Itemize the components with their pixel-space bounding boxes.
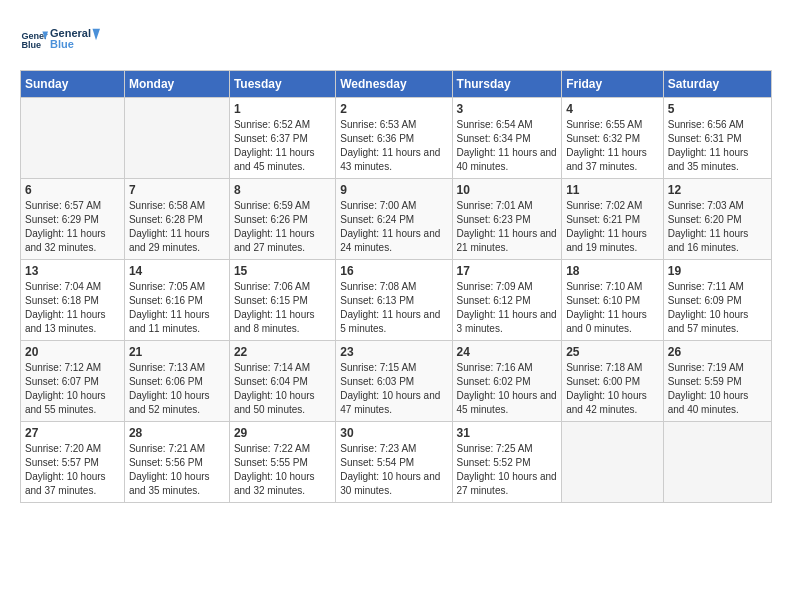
calendar-cell: 12Sunrise: 7:03 AM Sunset: 6:20 PM Dayli… bbox=[663, 179, 771, 260]
svg-text:General: General bbox=[50, 27, 91, 39]
calendar-cell bbox=[663, 422, 771, 503]
day-number: 1 bbox=[234, 102, 331, 116]
calendar-cell: 26Sunrise: 7:19 AM Sunset: 5:59 PM Dayli… bbox=[663, 341, 771, 422]
calendar-cell: 21Sunrise: 7:13 AM Sunset: 6:06 PM Dayli… bbox=[124, 341, 229, 422]
day-number: 15 bbox=[234, 264, 331, 278]
day-number: 26 bbox=[668, 345, 767, 359]
day-number: 21 bbox=[129, 345, 225, 359]
day-info: Sunrise: 7:04 AM Sunset: 6:18 PM Dayligh… bbox=[25, 280, 120, 336]
day-info: Sunrise: 7:16 AM Sunset: 6:02 PM Dayligh… bbox=[457, 361, 558, 417]
calendar-cell bbox=[124, 98, 229, 179]
calendar-cell: 5Sunrise: 6:56 AM Sunset: 6:31 PM Daylig… bbox=[663, 98, 771, 179]
calendar-week-row: 13Sunrise: 7:04 AM Sunset: 6:18 PM Dayli… bbox=[21, 260, 772, 341]
calendar-week-row: 27Sunrise: 7:20 AM Sunset: 5:57 PM Dayli… bbox=[21, 422, 772, 503]
day-info: Sunrise: 7:25 AM Sunset: 5:52 PM Dayligh… bbox=[457, 442, 558, 498]
day-number: 18 bbox=[566, 264, 659, 278]
day-of-week-header: Wednesday bbox=[336, 71, 452, 98]
day-info: Sunrise: 6:56 AM Sunset: 6:31 PM Dayligh… bbox=[668, 118, 767, 174]
calendar-cell: 13Sunrise: 7:04 AM Sunset: 6:18 PM Dayli… bbox=[21, 260, 125, 341]
calendar-cell: 15Sunrise: 7:06 AM Sunset: 6:15 PM Dayli… bbox=[229, 260, 335, 341]
day-info: Sunrise: 6:54 AM Sunset: 6:34 PM Dayligh… bbox=[457, 118, 558, 174]
calendar-header-row: SundayMondayTuesdayWednesdayThursdayFrid… bbox=[21, 71, 772, 98]
calendar-cell: 11Sunrise: 7:02 AM Sunset: 6:21 PM Dayli… bbox=[562, 179, 664, 260]
day-info: Sunrise: 6:58 AM Sunset: 6:28 PM Dayligh… bbox=[129, 199, 225, 255]
calendar-cell: 2Sunrise: 6:53 AM Sunset: 6:36 PM Daylig… bbox=[336, 98, 452, 179]
calendar-cell: 6Sunrise: 6:57 AM Sunset: 6:29 PM Daylig… bbox=[21, 179, 125, 260]
day-info: Sunrise: 6:59 AM Sunset: 6:26 PM Dayligh… bbox=[234, 199, 331, 255]
day-of-week-header: Thursday bbox=[452, 71, 562, 98]
day-info: Sunrise: 7:21 AM Sunset: 5:56 PM Dayligh… bbox=[129, 442, 225, 498]
day-number: 3 bbox=[457, 102, 558, 116]
day-number: 10 bbox=[457, 183, 558, 197]
day-of-week-header: Tuesday bbox=[229, 71, 335, 98]
calendar-cell: 3Sunrise: 6:54 AM Sunset: 6:34 PM Daylig… bbox=[452, 98, 562, 179]
calendar-cell: 16Sunrise: 7:08 AM Sunset: 6:13 PM Dayli… bbox=[336, 260, 452, 341]
calendar-cell: 9Sunrise: 7:00 AM Sunset: 6:24 PM Daylig… bbox=[336, 179, 452, 260]
day-info: Sunrise: 7:23 AM Sunset: 5:54 PM Dayligh… bbox=[340, 442, 447, 498]
calendar-cell: 31Sunrise: 7:25 AM Sunset: 5:52 PM Dayli… bbox=[452, 422, 562, 503]
day-number: 20 bbox=[25, 345, 120, 359]
day-info: Sunrise: 7:02 AM Sunset: 6:21 PM Dayligh… bbox=[566, 199, 659, 255]
day-info: Sunrise: 7:10 AM Sunset: 6:10 PM Dayligh… bbox=[566, 280, 659, 336]
general-blue-logo-svg: General Blue bbox=[50, 20, 100, 60]
day-info: Sunrise: 7:11 AM Sunset: 6:09 PM Dayligh… bbox=[668, 280, 767, 336]
day-info: Sunrise: 7:18 AM Sunset: 6:00 PM Dayligh… bbox=[566, 361, 659, 417]
calendar-cell bbox=[21, 98, 125, 179]
calendar-week-row: 20Sunrise: 7:12 AM Sunset: 6:07 PM Dayli… bbox=[21, 341, 772, 422]
day-number: 6 bbox=[25, 183, 120, 197]
svg-text:Blue: Blue bbox=[21, 40, 41, 50]
day-number: 27 bbox=[25, 426, 120, 440]
day-number: 2 bbox=[340, 102, 447, 116]
day-of-week-header: Saturday bbox=[663, 71, 771, 98]
day-number: 31 bbox=[457, 426, 558, 440]
day-info: Sunrise: 7:12 AM Sunset: 6:07 PM Dayligh… bbox=[25, 361, 120, 417]
day-number: 24 bbox=[457, 345, 558, 359]
day-number: 4 bbox=[566, 102, 659, 116]
calendar-cell: 19Sunrise: 7:11 AM Sunset: 6:09 PM Dayli… bbox=[663, 260, 771, 341]
calendar-cell: 28Sunrise: 7:21 AM Sunset: 5:56 PM Dayli… bbox=[124, 422, 229, 503]
day-info: Sunrise: 7:20 AM Sunset: 5:57 PM Dayligh… bbox=[25, 442, 120, 498]
day-info: Sunrise: 7:15 AM Sunset: 6:03 PM Dayligh… bbox=[340, 361, 447, 417]
day-number: 22 bbox=[234, 345, 331, 359]
day-of-week-header: Friday bbox=[562, 71, 664, 98]
day-of-week-header: Sunday bbox=[21, 71, 125, 98]
day-info: Sunrise: 6:53 AM Sunset: 6:36 PM Dayligh… bbox=[340, 118, 447, 174]
calendar-week-row: 1Sunrise: 6:52 AM Sunset: 6:37 PM Daylig… bbox=[21, 98, 772, 179]
day-info: Sunrise: 7:14 AM Sunset: 6:04 PM Dayligh… bbox=[234, 361, 331, 417]
calendar-cell: 24Sunrise: 7:16 AM Sunset: 6:02 PM Dayli… bbox=[452, 341, 562, 422]
svg-marker-5 bbox=[93, 29, 101, 41]
day-info: Sunrise: 7:03 AM Sunset: 6:20 PM Dayligh… bbox=[668, 199, 767, 255]
calendar-cell: 7Sunrise: 6:58 AM Sunset: 6:28 PM Daylig… bbox=[124, 179, 229, 260]
page-header: General Blue General Blue bbox=[20, 20, 772, 60]
day-number: 14 bbox=[129, 264, 225, 278]
calendar-cell: 25Sunrise: 7:18 AM Sunset: 6:00 PM Dayli… bbox=[562, 341, 664, 422]
day-number: 29 bbox=[234, 426, 331, 440]
day-number: 17 bbox=[457, 264, 558, 278]
day-number: 11 bbox=[566, 183, 659, 197]
day-number: 8 bbox=[234, 183, 331, 197]
day-number: 9 bbox=[340, 183, 447, 197]
day-info: Sunrise: 7:06 AM Sunset: 6:15 PM Dayligh… bbox=[234, 280, 331, 336]
calendar-cell: 18Sunrise: 7:10 AM Sunset: 6:10 PM Dayli… bbox=[562, 260, 664, 341]
day-number: 13 bbox=[25, 264, 120, 278]
calendar-cell: 27Sunrise: 7:20 AM Sunset: 5:57 PM Dayli… bbox=[21, 422, 125, 503]
day-number: 23 bbox=[340, 345, 447, 359]
day-number: 16 bbox=[340, 264, 447, 278]
calendar-cell: 10Sunrise: 7:01 AM Sunset: 6:23 PM Dayli… bbox=[452, 179, 562, 260]
day-number: 5 bbox=[668, 102, 767, 116]
day-number: 25 bbox=[566, 345, 659, 359]
calendar-cell: 4Sunrise: 6:55 AM Sunset: 6:32 PM Daylig… bbox=[562, 98, 664, 179]
calendar-cell: 22Sunrise: 7:14 AM Sunset: 6:04 PM Dayli… bbox=[229, 341, 335, 422]
day-info: Sunrise: 6:52 AM Sunset: 6:37 PM Dayligh… bbox=[234, 118, 331, 174]
day-info: Sunrise: 6:55 AM Sunset: 6:32 PM Dayligh… bbox=[566, 118, 659, 174]
day-info: Sunrise: 7:13 AM Sunset: 6:06 PM Dayligh… bbox=[129, 361, 225, 417]
day-number: 19 bbox=[668, 264, 767, 278]
day-info: Sunrise: 7:19 AM Sunset: 5:59 PM Dayligh… bbox=[668, 361, 767, 417]
calendar-cell: 8Sunrise: 6:59 AM Sunset: 6:26 PM Daylig… bbox=[229, 179, 335, 260]
calendar-cell: 17Sunrise: 7:09 AM Sunset: 6:12 PM Dayli… bbox=[452, 260, 562, 341]
day-info: Sunrise: 7:05 AM Sunset: 6:16 PM Dayligh… bbox=[129, 280, 225, 336]
calendar-week-row: 6Sunrise: 6:57 AM Sunset: 6:29 PM Daylig… bbox=[21, 179, 772, 260]
calendar-cell: 1Sunrise: 6:52 AM Sunset: 6:37 PM Daylig… bbox=[229, 98, 335, 179]
day-number: 28 bbox=[129, 426, 225, 440]
logo-icon: General Blue bbox=[20, 26, 48, 54]
